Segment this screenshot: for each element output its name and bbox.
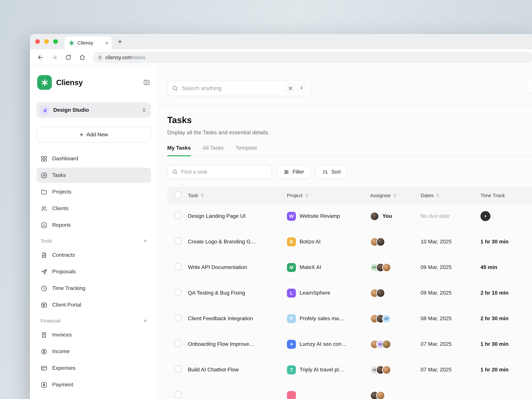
row-checkbox[interactable] [175,212,181,219]
sidebar-item-label: Reports [52,222,71,228]
column-header-project[interactable]: Project [287,192,370,198]
tab-template[interactable]: Template [236,145,257,156]
row-checkbox[interactable] [175,238,181,244]
workspace-selector[interactable]: d Design Studio [37,102,151,118]
filter-icon [283,169,290,175]
column-header-task[interactable]: Task [186,192,287,198]
project-name: LearnSphere [300,290,330,296]
row-checkbox[interactable] [175,340,181,347]
play-button[interactable] [481,211,490,221]
sidebar-item-label: Contracts [52,252,75,258]
assignee-cell [370,237,421,246]
tab-close-icon[interactable]: × [105,40,108,46]
assignee-cell: JE [370,365,421,374]
browser-tab[interactable]: Cliensy × [64,37,112,49]
row-checkbox[interactable] [175,263,181,270]
desktop: Cliensy × + cliensy.com/tasks [0,0,532,399]
date-cell: 10 Mar, 2025 [421,239,481,245]
section-title: Financial [41,318,61,323]
row-checkbox[interactable] [175,366,181,372]
sort-button[interactable]: Sort [316,165,347,179]
sidebar-item-reports[interactable]: Reports [37,217,151,233]
avatar [370,212,379,221]
header-action-button[interactable] [525,78,532,93]
time-tracked: 2 hr 10 min [481,290,509,296]
select-all-checkbox[interactable] [175,191,181,198]
sidebar-item-invoices[interactable]: Invoices [37,327,151,342]
f-key: F [297,84,306,93]
table-row[interactable]: Design Landing Page UI W Website Revamp … [167,203,532,229]
project-name: MateX AI [300,264,321,270]
table-row[interactable]: Create Logo & Branding G… B Botizo AI 10… [167,229,532,255]
sidebar-item-proposals[interactable]: Proposals [37,264,151,279]
sidebar-item-client-portal[interactable]: Client Portal [37,297,151,313]
sidebar-section-tools: Tools + ContractsProposalsTime TrackingC… [37,237,151,313]
task-title: Create Logo & Branding G… [188,239,256,244]
address-bar[interactable]: cliensy.com/tasks [92,52,532,63]
main-area: Search anything ⌘ F Tasks Display all th… [158,66,532,399]
sidebar-item-tasks[interactable]: Tasks [37,168,151,183]
row-checkbox[interactable] [175,391,181,398]
window-close-button[interactable] [35,39,40,44]
task-title: QA Testing & Bug Fixing [188,290,245,296]
back-button[interactable] [34,51,47,64]
people-icon [41,205,48,212]
section-add-icon[interactable]: + [143,238,147,244]
table-row[interactable]: QA Testing & Bug Fixing L LearnSphere 09… [167,280,532,306]
avatar-group [370,212,379,221]
sidebar-section-financial: Financial + InvoicesIncomeExpensesPaymen… [37,317,151,392]
sidebar-item-projects[interactable]: Projects [37,184,151,200]
reload-button[interactable] [62,51,75,64]
forward-button[interactable] [48,51,61,64]
column-header-dates[interactable]: Dates [421,192,481,198]
avatar-group: MI [370,340,391,349]
home-button[interactable] [76,51,89,64]
sidebar-item-expenses[interactable]: Expenses [37,361,151,376]
column-header-time-track: Time Track [481,192,532,198]
column-header-assignee[interactable]: Assignee [370,192,421,198]
sidebar-item-time-tracking[interactable]: Time Tracking [37,281,151,296]
table-row[interactable]: Write API Documentation M MateX AI PA 09… [167,255,532,280]
table-row[interactable]: Onboarding Flow Improve… Lumzy AI seo co… [167,331,532,357]
payment-icon [41,381,48,388]
sidebar-item-income[interactable]: Income [37,344,151,359]
find-task-input[interactable]: Find a task [167,165,272,179]
window-zoom-button[interactable] [53,39,58,44]
avatar [382,263,391,272]
sidebar-item-clients[interactable]: Clients [37,201,151,216]
section-add-icon[interactable]: + [143,317,147,324]
window-minimize-button[interactable] [44,39,49,44]
sidebar-collapse-icon[interactable] [143,79,150,86]
global-search-input[interactable]: Search anything ⌘ F [167,81,311,96]
table-row[interactable]: Build AI Chatbot Flow T Triply AI travel… [167,357,532,383]
task-cell: Build AI Chatbot Flow [186,367,287,373]
row-checkbox[interactable] [175,289,181,296]
tab-my-tasks[interactable]: My Tasks [167,145,191,156]
task-cell: QA Testing & Bug Fixing [186,290,287,296]
column-label: Assignee [370,192,391,198]
task-title: Build AI Chatbot Flow [188,367,239,372]
sidebar-item-dashboard[interactable]: Dashboard [37,151,151,166]
search-icon [172,169,178,175]
assignee-cell: PA [370,263,421,272]
sidebar-item-payment[interactable]: Payment [37,377,151,392]
income-icon [41,348,48,355]
tab-all-tasks[interactable]: All Tasks [203,145,224,156]
browser-window: Cliensy × + cliensy.com/tasks [30,34,532,399]
add-new-button[interactable]: + Add New [37,127,151,142]
row-checkbox-cell [167,289,186,297]
sort-arrows-icon [436,193,440,197]
avatar [376,237,385,246]
table-row[interactable]: Client Feedback Integration P Profely sa… [167,306,532,331]
table-row[interactable] [167,383,532,399]
sidebar-item-contracts[interactable]: Contracts [37,247,151,263]
tasks-table: Task Project Assignee Dates Time Track D… [167,187,532,399]
row-checkbox[interactable] [175,315,181,321]
project-name: Profely sales ma… [300,316,344,322]
sidebar-nav: DashboardTasksProjectsClientsReports [37,151,151,233]
task-cell: Onboarding Flow Improve… [186,341,287,347]
grid-icon [41,155,48,162]
new-tab-button[interactable]: + [118,37,122,46]
filter-button[interactable]: Filter [277,165,310,179]
date-cell: 09 Mar, 2025 [421,290,481,296]
